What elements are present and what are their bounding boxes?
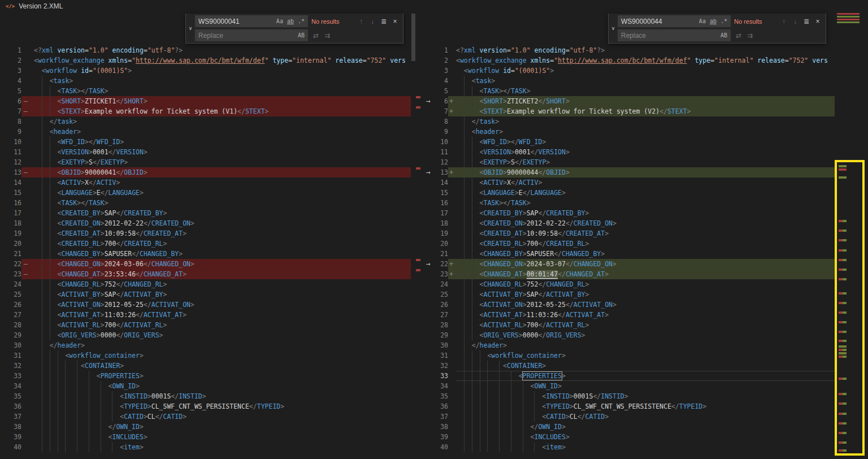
code-line[interactable]: <workflow_exchange xmlns="http://www.sap… <box>456 55 835 66</box>
code-line[interactable]: <INSTID>0001S</INSTID> <box>456 391 835 401</box>
code-line[interactable]: <INSTID>0001S</INSTID> <box>34 391 411 401</box>
code-line[interactable]: <header> <box>34 127 411 137</box>
code-line[interactable]: <ACTIVAT_RL>700</ACTIVAT_RL> <box>456 320 835 330</box>
find-input[interactable]: WS90000044 Aa ab .* <box>618 15 731 27</box>
code-line[interactable]: <OBJID>90000041</OBJID> <box>34 167 411 177</box>
code-line[interactable]: </OWN_ID> <box>456 422 835 432</box>
code-line[interactable]: <PROPERTIES> <box>34 371 411 381</box>
regex-toggle[interactable]: .* <box>719 18 729 25</box>
code-line[interactable]: <ACTIVAT_BY>SAP</ACTIVAT_BY> <box>456 289 835 300</box>
replace-button[interactable]: ⇄ <box>733 32 744 40</box>
code-line[interactable]: <task> <box>456 76 835 86</box>
code-line[interactable]: <CHANGED_BY>SAPUSER</CHANGED_BY> <box>34 249 411 259</box>
code-line[interactable]: <TASK></TASK> <box>456 198 835 208</box>
code-line[interactable]: <TYPEID>CL_SWF_CNT_WS_PERSISTENCE</TYPEI… <box>34 401 411 412</box>
code-line[interactable]: <item> <box>456 442 835 452</box>
code-line[interactable]: <CREATED_ON>2012-02-22</CREATED_ON> <box>456 218 835 228</box>
code-line[interactable]: <CHANGED_RL>752</CHANGED_RL> <box>34 279 411 289</box>
code-line[interactable]: <PROPERTIES> <box>456 371 835 381</box>
find-input[interactable]: WS90000041 Aa ab .* <box>195 15 308 27</box>
match-case-toggle[interactable]: Aa <box>697 18 708 25</box>
code-line[interactable]: <CATID>CL</CATID> <box>34 412 411 422</box>
replace-input[interactable]: Replace AB <box>195 29 308 41</box>
next-match-button[interactable]: ↓ <box>367 18 378 25</box>
code-line[interactable]: <header> <box>456 127 835 137</box>
code-line[interactable]: <CHANGED_BY>SAPUSER</CHANGED_BY> <box>456 249 835 259</box>
code-line[interactable]: <ACTIVAT_ON>2012-05-25</ACTIVAT_ON> <box>456 300 835 310</box>
code-line[interactable]: <ACTIV>X</ACTIV> <box>34 177 411 188</box>
code-line[interactable]: <ACTIVAT_AT>11:03:26</ACTIVAT_AT> <box>34 310 411 320</box>
code-line[interactable]: </task> <box>456 116 835 127</box>
code-line[interactable]: <CREATED_BY>SAP</CREATED_BY> <box>456 208 835 218</box>
code-line[interactable]: <item> <box>34 442 411 452</box>
code-line[interactable]: <CREATED_ON>2012-02-22</CREATED_ON> <box>34 218 411 228</box>
code-line[interactable]: <workflow id="(0001)S"> <box>34 66 411 76</box>
code-line[interactable]: <CATID>CL</CATID> <box>456 412 835 422</box>
toggle-replace-button[interactable]: ∨ <box>609 14 618 43</box>
regex-toggle[interactable]: .* <box>296 18 306 25</box>
code-line[interactable]: <CREATED_AT>10:09:58</CREATED_AT> <box>456 228 835 239</box>
diff-overview-ruler[interactable] <box>835 0 868 459</box>
code-line[interactable]: <CREATED_BY>SAP</CREATED_BY> <box>34 208 411 218</box>
code-line[interactable]: <CREATED_AT>10:09:58</CREATED_AT> <box>34 228 411 239</box>
close-icon[interactable]: × <box>389 18 401 25</box>
code-line[interactable]: <OBJID>90000044</OBJID> <box>456 167 835 177</box>
replace-input[interactable]: Replace AB <box>618 29 731 41</box>
code-line[interactable]: <CHANGED_AT>23:53:46</CHANGED_AT> <box>34 269 411 279</box>
code-line[interactable]: <OWN_ID> <box>456 381 835 391</box>
whole-word-toggle[interactable]: ab <box>285 18 296 25</box>
code-line[interactable]: <CHANGED_RL>752</CHANGED_RL> <box>456 279 835 289</box>
code-line[interactable]: <TASK></TASK> <box>34 86 411 96</box>
next-match-button[interactable]: ↓ <box>789 18 801 25</box>
code-line[interactable]: <ACTIVAT_AT>11:03:26</ACTIVAT_AT> <box>456 310 835 320</box>
code-line[interactable]: <VERSION>0001</VERSION> <box>34 147 411 157</box>
code-line[interactable]: <EXETYP>S</EXETYP> <box>34 157 411 167</box>
code-line[interactable]: <?xml version="1.0" encoding="utf-8"?> <box>34 45 411 55</box>
code-line[interactable]: <ORIG_VERS>0000</ORIG_VERS> <box>456 330 835 340</box>
code-line[interactable]: <TASK></TASK> <box>456 86 835 96</box>
code-line[interactable]: <ACTIVAT_ON>2012-05-25</ACTIVAT_ON> <box>34 300 411 310</box>
code-line[interactable]: <STEXT>Example workflow for Ticket syste… <box>34 106 411 116</box>
code-line[interactable]: <CHANGED_ON>2024-03-06</CHANGED_ON> <box>34 259 411 269</box>
code-line[interactable]: <STEXT>Example workflow for Ticket syste… <box>456 106 835 116</box>
code-line[interactable]: </header> <box>34 340 411 350</box>
code-line[interactable]: <workflow_container> <box>34 350 411 361</box>
scrollbar-thumb[interactable] <box>411 14 415 61</box>
code-line[interactable]: <EXETYP>S</EXETYP> <box>456 157 835 167</box>
code-line[interactable]: <?xml version="1.0" encoding="utf-8"?> <box>456 45 835 55</box>
code-line[interactable]: <INCLUDES> <box>34 432 411 442</box>
revert-block-arrow-icon[interactable]: → <box>423 259 434 269</box>
code-line[interactable]: <INCLUDES> <box>456 432 835 442</box>
code-line[interactable]: <ORIG_VERS>0000</ORIG_VERS> <box>34 330 411 340</box>
original-overview-ruler[interactable] <box>411 0 421 459</box>
code-line[interactable]: <CHANGED_ON>2024-03-07</CHANGED_ON> <box>456 259 835 269</box>
revert-block-arrow-icon[interactable]: → <box>423 96 434 106</box>
previous-match-button[interactable]: ↑ <box>778 18 789 25</box>
code-line[interactable]: <workflow_exchange xmlns="http://www.sap… <box>34 55 411 66</box>
code-line[interactable]: <LANGUAGE>E</LANGUAGE> <box>456 188 835 198</box>
code-line[interactable]: </task> <box>34 116 411 127</box>
replace-all-button[interactable]: ⇉ <box>322 32 333 40</box>
preserve-case-toggle[interactable]: AB <box>296 32 306 39</box>
diff-original-editor[interactable]: 1<?xml version="1.0" encoding="utf-8"?>2… <box>0 12 411 459</box>
revert-block-arrow-icon[interactable]: → <box>423 167 434 177</box>
code-line[interactable]: <SHORT>ZTICKET1</SHORT> <box>34 96 411 106</box>
code-line[interactable]: <task> <box>34 76 411 86</box>
code-line[interactable]: <SHORT>ZTICKET2</SHORT> <box>456 96 835 106</box>
code-line[interactable]: <WFD_ID></WFD_ID> <box>456 137 835 147</box>
previous-match-button[interactable]: ↑ <box>355 18 367 25</box>
replace-button[interactable]: ⇄ <box>310 32 322 40</box>
code-line[interactable]: <WFD_ID></WFD_ID> <box>34 137 411 147</box>
code-line[interactable]: <LANGUAGE>E</LANGUAGE> <box>34 188 411 198</box>
code-line[interactable]: <workflow id="(0001)S"> <box>456 66 835 76</box>
code-line[interactable]: </header> <box>456 340 835 350</box>
preserve-case-toggle[interactable]: AB <box>719 32 729 39</box>
find-in-selection-button[interactable]: ≣ <box>378 18 389 25</box>
code-line[interactable]: <OWN_ID> <box>34 381 411 391</box>
code-line[interactable]: <CREATED_RL>700</CREATED_RL> <box>456 239 835 249</box>
find-in-selection-button[interactable]: ≣ <box>801 18 812 25</box>
code-line[interactable]: <CREATED_RL>700</CREATED_RL> <box>34 239 411 249</box>
code-line[interactable]: <CHANGED_AT>00:01:47</CHANGED_AT> <box>456 269 835 279</box>
whole-word-toggle[interactable]: ab <box>708 18 718 25</box>
match-case-toggle[interactable]: Aa <box>275 18 285 25</box>
